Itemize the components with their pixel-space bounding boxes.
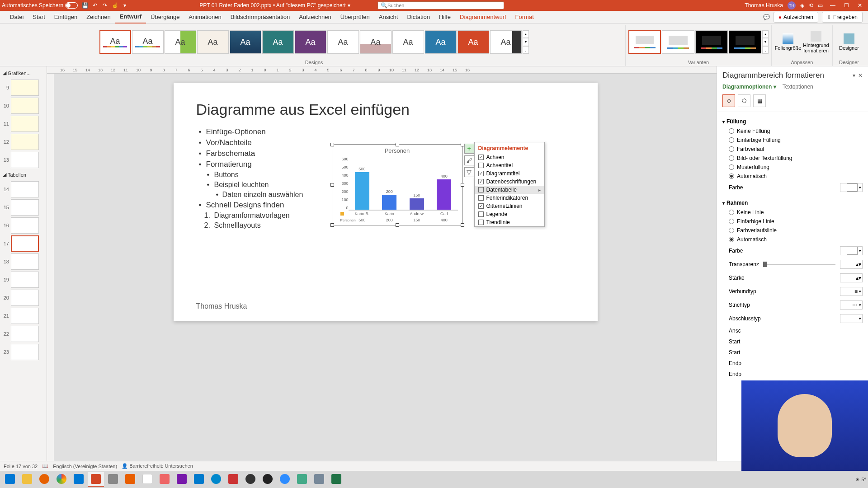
record-button[interactable]: ●Aufzeichnen <box>774 12 818 23</box>
section-graphics[interactable]: ◢ Grafiken... <box>2 68 45 78</box>
tab-zeichnen[interactable]: Zeichnen <box>82 11 115 23</box>
fill-line-icon[interactable]: ◇ <box>722 94 735 107</box>
thumb-23[interactable]: 23 <box>2 344 45 360</box>
tab-aufzeichnen[interactable]: Aufzeichnen <box>294 11 336 23</box>
save-icon[interactable]: 💾 <box>81 2 89 9</box>
fill-auto-radio[interactable]: Automatisch <box>722 172 863 181</box>
transparency-field[interactable]: Transparenz▴▾ <box>722 258 863 271</box>
text-options-tab[interactable]: Textoptionen <box>783 84 813 90</box>
thumb-18[interactable]: 18 <box>2 253 45 270</box>
tab-ueberpruefen[interactable]: Überprüfen <box>336 11 374 23</box>
redo-icon[interactable]: ↷ <box>101 2 108 9</box>
start-size-field[interactable]: Start <box>722 347 863 358</box>
thumb-22[interactable]: 22 <box>2 326 45 342</box>
theme-office[interactable]: Aa <box>99 30 131 54</box>
theme-8[interactable]: Aa <box>327 30 359 54</box>
end-arrow-field[interactable]: Endp <box>722 358 863 369</box>
obs-icon[interactable] <box>242 472 259 487</box>
touch-icon[interactable]: ☝ <box>111 2 118 9</box>
border-solid-radio[interactable]: Einfarbige Linie <box>722 217 863 226</box>
zoom-icon[interactable] <box>277 472 293 487</box>
tab-hilfe[interactable]: Hilfe <box>434 11 455 23</box>
tab-format[interactable]: Format <box>511 11 538 23</box>
menu-item-gitternetzlinien[interactable]: ✓Gitternetzlinien <box>475 202 544 210</box>
chart-filter-button[interactable]: ▽ <box>464 167 474 177</box>
menu-item-legende[interactable]: Legende <box>475 210 544 218</box>
variants-more[interactable]: ▴▾⋮ <box>762 30 769 54</box>
file-explorer-icon[interactable] <box>19 472 35 487</box>
menu-item-achsentitel[interactable]: Achsentitel <box>475 161 544 169</box>
theme-11[interactable]: Aa <box>425 30 457 54</box>
fill-pattern-radio[interactable]: Musterfüllung <box>722 163 863 172</box>
diagram-options-tab[interactable]: Diagrammoptionen ▾ <box>722 84 776 90</box>
pane-close-button[interactable]: ✕ <box>858 72 863 79</box>
variant-1[interactable] <box>628 30 661 54</box>
tab-start[interactable]: Start <box>28 11 49 23</box>
width-field[interactable]: Stärke▴▾ <box>722 271 863 285</box>
chart-elements-button[interactable]: + <box>464 144 474 154</box>
undo-icon[interactable]: ↶ <box>91 2 99 9</box>
variant-3[interactable] <box>695 30 728 54</box>
thumb-13[interactable]: 13 <box>2 152 45 168</box>
powerpoint-icon[interactable] <box>88 472 104 487</box>
thumb-10[interactable]: 10 <box>2 98 45 114</box>
chart-object[interactable]: Personen 6005004003002001000 50020015040… <box>332 144 463 225</box>
tab-animationen[interactable]: Animationen <box>184 11 226 23</box>
menu-item-datentabelle[interactable]: Datentabelle▸ <box>475 186 544 194</box>
start-arrow-field[interactable]: Start <box>722 336 863 347</box>
variant-4[interactable] <box>729 30 761 54</box>
theme-7[interactable]: Aa <box>295 30 326 54</box>
fill-none-radio[interactable]: Keine Füllung <box>722 127 863 136</box>
theme-6[interactable]: Aa <box>262 30 294 54</box>
app-icon-2[interactable] <box>139 472 156 487</box>
slide-title[interactable]: Diagramme aus Excel einfügen <box>196 101 575 118</box>
border-none-radio[interactable]: Keine Linie <box>722 208 863 217</box>
weather-widget[interactable]: ☀ 5° <box>855 477 866 483</box>
minimize-button[interactable]: — <box>826 1 839 10</box>
maximize-button[interactable]: ☐ <box>840 1 853 10</box>
theme-2[interactable]: Aa <box>132 30 164 54</box>
thumb-20[interactable]: 20 <box>2 290 45 306</box>
spell-check-icon[interactable]: 📖 <box>42 463 48 469</box>
thumb-17[interactable]: 17 <box>2 235 45 252</box>
tab-ansicht[interactable]: Ansicht <box>374 11 403 23</box>
vlc-icon[interactable] <box>122 472 138 487</box>
fill-section-header[interactable]: Füllung <box>722 117 863 127</box>
user-avatar[interactable]: TH <box>788 1 796 9</box>
thumb-16[interactable]: 16 <box>2 217 45 234</box>
format-background-button[interactable]: Hintergrund formatieren <box>802 26 830 58</box>
slide-size-button[interactable]: Foliengröße <box>774 26 802 58</box>
border-section-header[interactable]: Rahmen <box>722 198 863 208</box>
onenote-icon[interactable] <box>174 472 190 487</box>
tab-bildschirm[interactable]: Bildschirmpräsentation <box>226 11 295 23</box>
cap-field[interactable]: Abschlusstyp <box>722 312 863 325</box>
tab-datei[interactable]: Datei <box>5 11 28 23</box>
autosave-toggle[interactable]: Automatisches Speichern <box>2 2 78 9</box>
thumb-15[interactable]: 15 <box>2 199 45 216</box>
tab-uebergaenge[interactable]: Übergänge <box>146 11 184 23</box>
firefox-icon[interactable] <box>36 472 52 487</box>
sync-icon[interactable]: ◈ <box>800 2 804 9</box>
menu-item-achsen[interactable]: ✓Achsen <box>475 153 544 161</box>
border-color-field[interactable]: Farbe <box>722 244 863 258</box>
fill-color-field[interactable]: Farbe <box>722 181 863 194</box>
search-input[interactable] <box>387 3 501 8</box>
fill-gradient-radio[interactable]: Farbverlauf <box>722 145 863 154</box>
menu-item-trendlinie[interactable]: Trendlinie <box>475 218 544 226</box>
slide-thumbnails[interactable]: ◢ Grafiken... 9 10 11 12 13 ◢ Tabellen 1… <box>0 66 47 461</box>
menu-item-diagrammtitel[interactable]: ✓Diagrammtitel <box>475 169 544 178</box>
effects-icon[interactable]: ⬠ <box>738 94 750 107</box>
variant-2[interactable] <box>662 30 694 54</box>
fill-picture-radio[interactable]: Bild- oder Texturfüllung <box>722 154 863 163</box>
theme-5[interactable]: Aa <box>230 30 261 54</box>
themes-more[interactable]: ▴▾⋮ <box>523 30 529 54</box>
theme-9[interactable]: Aa <box>360 30 392 54</box>
start-menu-button[interactable] <box>2 472 18 487</box>
tab-entwurf[interactable]: Entwurf <box>115 10 146 23</box>
section-tables[interactable]: ◢ Tabellen <box>2 170 45 179</box>
compound-field[interactable]: Verbundtyp≡ <box>722 285 863 298</box>
outlook-icon[interactable] <box>71 472 87 487</box>
thumb-14[interactable]: 14 <box>2 181 45 197</box>
app-icon-4[interactable] <box>225 472 241 487</box>
tab-diagrammentwurf[interactable]: Diagrammentwurf <box>455 11 511 23</box>
